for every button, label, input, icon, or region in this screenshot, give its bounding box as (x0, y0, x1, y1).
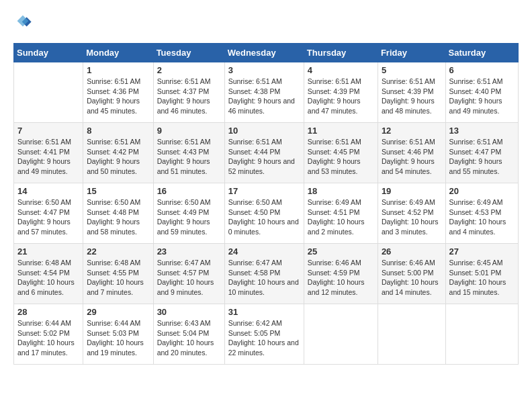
calendar-cell: 29Sunrise: 6:44 AMSunset: 5:03 PMDayligh… (83, 304, 153, 365)
cell-info: Sunrise: 6:49 AMSunset: 4:51 PMDaylight:… (308, 197, 374, 237)
date-number: 25 (308, 246, 374, 257)
calendar-cell (378, 304, 445, 365)
cell-info: Sunrise: 6:51 AMSunset: 4:44 PMDaylight:… (228, 137, 300, 177)
cell-info: Sunrise: 6:47 AMSunset: 4:58 PMDaylight:… (228, 258, 300, 298)
header-day: Wednesday (224, 44, 304, 62)
calendar-cell: 5Sunrise: 6:51 AMSunset: 4:39 PMDaylight… (378, 62, 445, 123)
cell-info: Sunrise: 6:48 AMSunset: 4:54 PMDaylight:… (17, 258, 79, 298)
calendar-cell: 14Sunrise: 6:50 AMSunset: 4:47 PMDayligh… (14, 183, 83, 244)
date-number: 22 (87, 246, 149, 257)
cell-info: Sunrise: 6:51 AMSunset: 4:47 PMDaylight:… (449, 137, 515, 177)
cell-info: Sunrise: 6:47 AMSunset: 4:57 PMDaylight:… (157, 258, 221, 298)
cell-info: Sunrise: 6:46 AMSunset: 4:59 PMDaylight:… (308, 258, 374, 298)
date-number: 31 (228, 307, 300, 317)
logo-icon (13, 13, 32, 32)
calendar-cell: 25Sunrise: 6:46 AMSunset: 4:59 PMDayligh… (304, 244, 378, 304)
date-number: 1 (87, 65, 149, 75)
cell-info: Sunrise: 6:51 AMSunset: 4:42 PMDaylight:… (87, 137, 149, 177)
date-number: 26 (382, 246, 442, 257)
date-number: 30 (157, 307, 221, 317)
calendar-cell: 28Sunrise: 6:44 AMSunset: 5:02 PMDayligh… (14, 304, 83, 365)
calendar-week-row: 7Sunrise: 6:51 AMSunset: 4:41 PMDaylight… (14, 123, 519, 183)
calendar-cell: 3Sunrise: 6:51 AMSunset: 4:38 PMDaylight… (224, 62, 304, 123)
cell-info: Sunrise: 6:51 AMSunset: 4:37 PMDaylight:… (157, 77, 221, 116)
cell-info: Sunrise: 6:46 AMSunset: 5:00 PMDaylight:… (382, 258, 442, 298)
calendar-cell: 26Sunrise: 6:46 AMSunset: 5:00 PMDayligh… (378, 244, 445, 304)
calendar-cell: 27Sunrise: 6:45 AMSunset: 5:01 PMDayligh… (445, 244, 518, 304)
header-day: Friday (378, 44, 445, 62)
calendar-cell: 17Sunrise: 6:50 AMSunset: 4:50 PMDayligh… (224, 183, 304, 244)
calendar-cell: 1Sunrise: 6:51 AMSunset: 4:36 PMDaylight… (83, 62, 153, 123)
date-number: 28 (17, 307, 79, 317)
date-number: 9 (157, 126, 221, 136)
cell-info: Sunrise: 6:50 AMSunset: 4:50 PMDaylight:… (228, 197, 300, 237)
cell-info: Sunrise: 6:44 AMSunset: 5:03 PMDaylight:… (87, 318, 149, 358)
header-day: Tuesday (153, 44, 224, 62)
date-number: 5 (382, 65, 442, 75)
date-number: 13 (449, 126, 515, 136)
calendar-cell: 15Sunrise: 6:50 AMSunset: 4:48 PMDayligh… (83, 183, 153, 244)
date-number: 16 (157, 186, 221, 196)
date-number: 14 (17, 186, 79, 196)
calendar-cell: 12Sunrise: 6:51 AMSunset: 4:46 PMDayligh… (378, 123, 445, 183)
cell-info: Sunrise: 6:50 AMSunset: 4:49 PMDaylight:… (157, 197, 221, 237)
date-number: 11 (308, 126, 374, 136)
calendar-cell: 19Sunrise: 6:49 AMSunset: 4:52 PMDayligh… (378, 183, 445, 244)
cell-info: Sunrise: 6:51 AMSunset: 4:43 PMDaylight:… (157, 137, 221, 177)
cell-info: Sunrise: 6:51 AMSunset: 4:38 PMDaylight:… (228, 77, 300, 116)
date-number: 15 (87, 186, 149, 196)
calendar-week-row: 28Sunrise: 6:44 AMSunset: 5:02 PMDayligh… (14, 304, 519, 365)
cell-info: Sunrise: 6:51 AMSunset: 4:46 PMDaylight:… (382, 137, 442, 177)
date-number: 29 (87, 307, 149, 317)
cell-info: Sunrise: 6:51 AMSunset: 4:39 PMDaylight:… (382, 77, 442, 116)
calendar-cell (304, 304, 378, 365)
calendar-cell: 18Sunrise: 6:49 AMSunset: 4:51 PMDayligh… (304, 183, 378, 244)
cell-info: Sunrise: 6:51 AMSunset: 4:36 PMDaylight:… (87, 77, 149, 116)
date-number: 10 (228, 126, 300, 136)
calendar-cell: 2Sunrise: 6:51 AMSunset: 4:37 PMDaylight… (153, 62, 224, 123)
header-row: SundayMondayTuesdayWednesdayThursdayFrid… (14, 44, 519, 62)
calendar-week-row: 1Sunrise: 6:51 AMSunset: 4:36 PMDaylight… (14, 62, 519, 123)
date-number: 6 (449, 65, 515, 75)
calendar-table: SundayMondayTuesdayWednesdayThursdayFrid… (13, 43, 519, 365)
cell-info: Sunrise: 6:51 AMSunset: 4:45 PMDaylight:… (308, 137, 374, 177)
calendar-cell: 6Sunrise: 6:51 AMSunset: 4:40 PMDaylight… (445, 62, 518, 123)
calendar-cell: 16Sunrise: 6:50 AMSunset: 4:49 PMDayligh… (153, 183, 224, 244)
cell-info: Sunrise: 6:45 AMSunset: 5:01 PMDaylight:… (449, 258, 515, 298)
calendar-cell: 23Sunrise: 6:47 AMSunset: 4:57 PMDayligh… (153, 244, 224, 304)
calendar-week-row: 21Sunrise: 6:48 AMSunset: 4:54 PMDayligh… (14, 244, 519, 304)
date-number: 4 (308, 65, 374, 75)
cell-info: Sunrise: 6:51 AMSunset: 4:39 PMDaylight:… (308, 77, 374, 116)
date-number: 19 (382, 186, 442, 196)
date-number: 3 (228, 65, 300, 75)
cell-info: Sunrise: 6:49 AMSunset: 4:52 PMDaylight:… (382, 197, 442, 237)
date-number: 2 (157, 65, 221, 75)
cell-info: Sunrise: 6:51 AMSunset: 4:41 PMDaylight:… (17, 137, 79, 177)
calendar-cell (14, 62, 83, 123)
date-number: 24 (228, 246, 300, 257)
calendar-cell: 11Sunrise: 6:51 AMSunset: 4:45 PMDayligh… (304, 123, 378, 183)
date-number: 12 (382, 126, 442, 136)
cell-info: Sunrise: 6:42 AMSunset: 5:05 PMDaylight:… (228, 318, 300, 358)
cell-info: Sunrise: 6:48 AMSunset: 4:55 PMDaylight:… (87, 258, 149, 298)
calendar-cell (445, 304, 518, 365)
calendar-cell: 4Sunrise: 6:51 AMSunset: 4:39 PMDaylight… (304, 62, 378, 123)
page-header (13, 13, 519, 32)
calendar-cell: 31Sunrise: 6:42 AMSunset: 5:05 PMDayligh… (224, 304, 304, 365)
header-day: Saturday (445, 44, 518, 62)
calendar-cell: 30Sunrise: 6:43 AMSunset: 5:04 PMDayligh… (153, 304, 224, 365)
calendar-cell: 24Sunrise: 6:47 AMSunset: 4:58 PMDayligh… (224, 244, 304, 304)
calendar-cell: 9Sunrise: 6:51 AMSunset: 4:43 PMDaylight… (153, 123, 224, 183)
date-number: 23 (157, 246, 221, 257)
date-number: 18 (308, 186, 374, 196)
date-number: 21 (17, 246, 79, 257)
header-day: Thursday (304, 44, 378, 62)
cell-info: Sunrise: 6:44 AMSunset: 5:02 PMDaylight:… (17, 318, 79, 358)
cell-info: Sunrise: 6:50 AMSunset: 4:47 PMDaylight:… (17, 197, 79, 237)
cell-info: Sunrise: 6:49 AMSunset: 4:53 PMDaylight:… (449, 197, 515, 237)
date-number: 8 (87, 126, 149, 136)
calendar-cell: 20Sunrise: 6:49 AMSunset: 4:53 PMDayligh… (445, 183, 518, 244)
calendar-cell: 7Sunrise: 6:51 AMSunset: 4:41 PMDaylight… (14, 123, 83, 183)
date-number: 20 (449, 186, 515, 196)
cell-info: Sunrise: 6:50 AMSunset: 4:48 PMDaylight:… (87, 197, 149, 237)
